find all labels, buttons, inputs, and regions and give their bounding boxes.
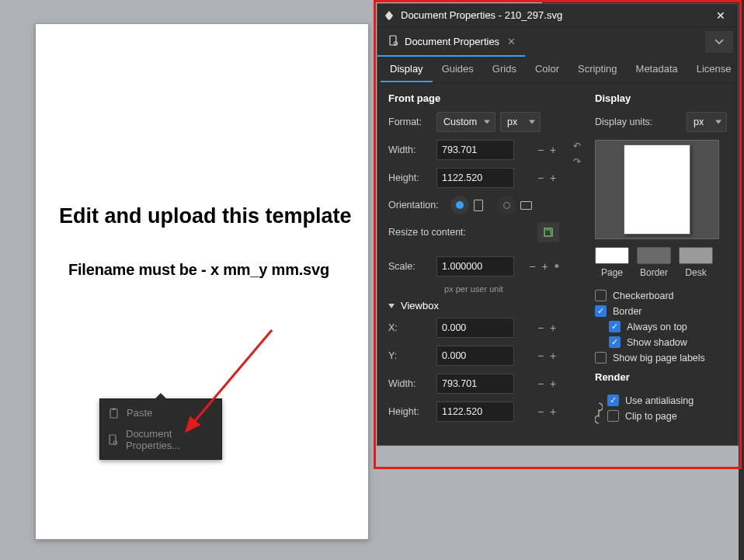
dialog-tab-label: Document Properties — [405, 36, 499, 47]
show-shadow-label: Show shadow — [627, 337, 687, 348]
scale-increment[interactable] — [539, 256, 551, 277]
checkbox-unchecked-icon — [595, 290, 607, 301]
rotate-ccw-button[interactable]: ↶ — [573, 141, 581, 151]
viewbox-x-increment[interactable] — [547, 318, 559, 338]
render-heading: Render — [595, 371, 727, 383]
antialiasing-checkbox-row[interactable]: Use antialiasing — [607, 395, 727, 406]
viewbox-x-input[interactable] — [436, 318, 514, 338]
scale-decrement[interactable] — [527, 256, 539, 277]
display-heading: Display — [595, 92, 727, 104]
viewbox-y-decrement[interactable] — [534, 346, 547, 366]
checkbox-checked-icon — [595, 305, 607, 317]
desk-color-swatch[interactable] — [679, 247, 713, 264]
context-menu-item-docprops[interactable]: Document Properties... — [100, 423, 221, 456]
subtab-guides[interactable]: Guides — [433, 57, 483, 82]
document-properties-icon — [388, 35, 398, 48]
dialog-body: Front page Format: Custom px Width: Heig… — [377, 83, 738, 445]
viewbox-x-decrement[interactable] — [534, 318, 547, 338]
format-select[interactable]: Custom — [436, 112, 495, 132]
chevron-down-icon — [714, 39, 724, 45]
landscape-page-icon — [520, 201, 532, 210]
inkscape-app-icon — [384, 10, 395, 21]
viewbox-height-decrement[interactable] — [534, 402, 547, 422]
display-units-select[interactable]: px — [687, 112, 727, 132]
viewbox-height-input[interactable] — [436, 402, 514, 422]
height-increment[interactable] — [547, 168, 559, 188]
subtab-grids[interactable]: Grids — [483, 57, 526, 82]
height-input[interactable] — [436, 168, 514, 188]
display-units-label: Display units: — [595, 117, 673, 127]
dialog-tab-strip: Document Properties ✕ — [377, 27, 738, 57]
rotate-page-buttons: ↶ ↷ — [573, 141, 581, 167]
orientation-portrait-radio[interactable] — [450, 196, 469, 214]
rotate-cw-button[interactable]: ↷ — [573, 156, 581, 167]
subtab-metadata[interactable]: Metadata — [627, 57, 687, 82]
always-on-top-label: Always on top — [627, 322, 687, 332]
viewbox-y-row: Y: — [388, 346, 559, 366]
svg-rect-1 — [112, 408, 115, 410]
front-page-column: Front page Format: Custom px Width: Heig… — [388, 92, 559, 430]
width-input[interactable] — [436, 140, 514, 160]
viewbox-height-increment[interactable] — [547, 402, 559, 422]
viewbox-width-input[interactable] — [436, 374, 514, 394]
viewbox-heading-row[interactable]: Viewbox — [388, 300, 559, 311]
width-decrement[interactable] — [534, 140, 547, 160]
viewbox-width-increment[interactable] — [547, 374, 559, 394]
swatch-page-label: Page — [601, 267, 623, 278]
viewbox-y-input[interactable] — [436, 346, 514, 366]
height-decrement[interactable] — [534, 168, 547, 188]
svg-rect-2 — [110, 435, 116, 444]
resize-to-content-row: Resize to content: — [388, 222, 559, 242]
big-page-labels-checkbox-row[interactable]: Show big page labels — [595, 352, 727, 363]
clip-to-page-checkbox-row[interactable]: Clip to page — [607, 410, 727, 422]
front-page-heading: Front page — [388, 92, 559, 104]
width-row: Width: — [388, 140, 559, 160]
border-color-swatch[interactable] — [637, 247, 671, 264]
panel-collapse-button[interactable] — [705, 31, 733, 53]
scale-hint: px per user unit — [388, 284, 559, 294]
scale-label: Scale: — [388, 261, 436, 272]
height-label: Height: — [388, 172, 436, 183]
page-color-swatch[interactable] — [595, 247, 629, 264]
dialog-tab-document-properties[interactable]: Document Properties ✕ — [377, 27, 525, 57]
display-column: Display Display units: px Page Border — [595, 92, 727, 430]
scale-row: Scale: • — [388, 256, 559, 277]
format-unit-select[interactable]: px — [500, 112, 541, 132]
viewbox-y-increment[interactable] — [547, 346, 559, 366]
link-icon[interactable] — [595, 402, 603, 427]
viewbox-x-label: X: — [388, 322, 436, 333]
dialog-titlebar[interactable]: Document Properties - 210_297.svg ✕ — [377, 4, 738, 27]
resize-to-content-button[interactable] — [537, 222, 559, 242]
viewbox-height-row: Height: — [388, 402, 559, 422]
tab-close-button[interactable]: ✕ — [506, 36, 517, 47]
context-menu-item-paste[interactable]: Paste — [100, 402, 221, 423]
checkbox-unchecked-icon — [607, 410, 619, 422]
viewbox-y-label: Y: — [388, 350, 436, 361]
checkerboard-label: Checkerboard — [613, 290, 674, 301]
show-shadow-checkbox-row[interactable]: Show shadow — [609, 336, 727, 348]
always-on-top-checkbox-row[interactable]: Always on top — [609, 321, 727, 332]
canvas-context-menu: Paste Document Properties... — [99, 398, 222, 460]
checkerboard-checkbox-row[interactable]: Checkerboard — [595, 290, 727, 301]
orientation-landscape-radio[interactable] — [497, 196, 516, 214]
viewbox-width-decrement[interactable] — [534, 374, 547, 394]
format-label: Format: — [388, 117, 436, 127]
swatch-desk-label: Desk — [685, 267, 706, 278]
dialog-title: Document Properties - 210_297.svg — [401, 9, 710, 21]
canvas-heading-text: Edit and upload this template — [59, 204, 352, 228]
scale-input[interactable] — [436, 256, 514, 277]
border-label: Border — [613, 306, 642, 317]
dialog-close-button[interactable]: ✕ — [710, 9, 732, 22]
viewbox-heading: Viewbox — [401, 300, 439, 311]
border-checkbox-row[interactable]: Border — [595, 305, 727, 317]
svg-rect-5 — [390, 36, 396, 45]
viewbox-height-label: Height: — [388, 406, 436, 417]
subtab-display[interactable]: Display — [381, 57, 433, 82]
subtab-color[interactable]: Color — [526, 57, 568, 82]
scale-options-dot[interactable]: • — [555, 259, 559, 273]
width-increment[interactable] — [547, 140, 559, 160]
subtab-scripting[interactable]: Scripting — [568, 57, 627, 82]
subtab-license[interactable]: License — [687, 57, 741, 82]
antialiasing-label: Use antialiasing — [625, 395, 694, 406]
checkbox-checked-icon — [609, 321, 621, 332]
